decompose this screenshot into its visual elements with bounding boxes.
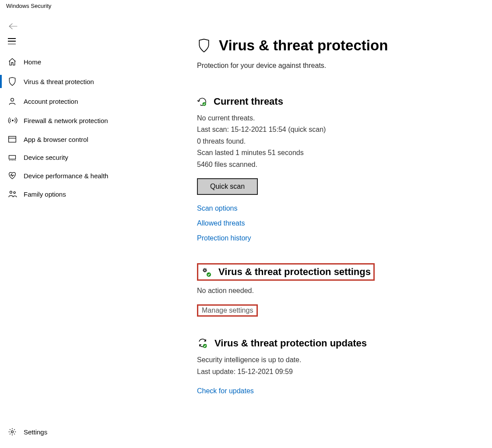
svg-point-10 (10, 191, 12, 193)
section-current-threats: Current threats No current threats. Last… (197, 96, 488, 242)
svg-point-11 (14, 192, 15, 194)
shield-icon (197, 38, 211, 53)
sidebar-item-label: Family options (24, 190, 66, 198)
home-icon (8, 57, 24, 66)
sidebar-item-label: Device security (24, 154, 68, 161)
sidebar: Home Virus & threat protection Account p… (0, 11, 184, 448)
files-scanned-text: 5460 files scanned. (197, 159, 488, 170)
history-check-icon (197, 96, 207, 107)
hamburger-icon (8, 38, 16, 44)
svg-rect-4 (9, 155, 16, 159)
highlight-settings-header: Virus & threat protection settings (197, 263, 375, 281)
window-title: Windows Security (0, 0, 492, 11)
threats-found-text: 0 threats found. (197, 136, 488, 147)
sidebar-item-account[interactable]: Account protection (0, 92, 184, 111)
highlight-manage-settings: Manage settings (197, 304, 258, 317)
svg-point-1 (12, 120, 14, 121)
scan-options-link[interactable]: Scan options (197, 205, 238, 212)
manage-settings-link[interactable]: Manage settings (202, 307, 253, 314)
section-protection-settings: Virus & threat protection settings No ac… (197, 263, 488, 317)
sidebar-item-family[interactable]: Family options (0, 185, 184, 203)
sidebar-item-label: Account protection (24, 98, 78, 105)
sidebar-item-device-performance[interactable]: Device performance & health (0, 166, 184, 185)
sidebar-item-label: Virus & threat protection (24, 78, 94, 85)
section-protection-updates: Virus & threat protection updates Securi… (197, 338, 488, 395)
person-icon (8, 97, 24, 106)
menu-button[interactable] (0, 35, 184, 52)
refresh-check-icon (197, 338, 208, 349)
sidebar-item-settings[interactable]: Settings (0, 422, 184, 441)
page-subtitle: Protection for your device against threa… (197, 62, 488, 70)
last-scan-text: Last scan: 15-12-2021 15:54 (quick scan) (197, 124, 488, 135)
svg-point-14 (204, 269, 206, 271)
radio-icon (8, 116, 24, 125)
gear-icon (8, 427, 24, 436)
sidebar-item-app-browser[interactable]: App & browser control (0, 130, 184, 148)
section-title: Virus & threat protection updates (214, 338, 367, 349)
svg-point-0 (11, 98, 14, 101)
page-title: Virus & threat protection (219, 37, 388, 54)
allowed-threats-link[interactable]: Allowed threats (197, 219, 245, 227)
sidebar-item-device-security[interactable]: Device security (0, 148, 184, 166)
shield-icon (8, 77, 24, 86)
check-updates-link[interactable]: Check for updates (197, 387, 254, 395)
settings-status: No action needed. (197, 285, 488, 296)
sidebar-item-virus-threat[interactable]: Virus & threat protection (0, 71, 184, 92)
people-icon (8, 190, 24, 198)
sidebar-item-label: Home (24, 58, 41, 66)
section-title: Virus & threat protection settings (218, 266, 371, 278)
quick-scan-button[interactable]: Quick scan (197, 178, 258, 195)
protection-history-link[interactable]: Protection history (197, 234, 251, 242)
sidebar-item-firewall[interactable]: Firewall & network protection (0, 111, 184, 130)
svg-point-12 (11, 431, 14, 433)
sidebar-item-label: Device performance & health (24, 172, 108, 180)
last-update-text: Last update: 15-12-2021 09:59 (197, 366, 488, 377)
heart-icon (8, 172, 24, 180)
settings-check-icon (201, 266, 212, 278)
threats-status: No current threats. (197, 113, 488, 124)
sidebar-item-home[interactable]: Home (0, 52, 184, 71)
sidebar-item-label: App & browser control (24, 136, 88, 143)
section-title: Current threats (214, 96, 283, 107)
window-icon (8, 135, 24, 143)
sidebar-item-label: Firewall & network protection (24, 117, 108, 124)
sidebar-item-label: Settings (24, 428, 47, 436)
scan-duration-text: Scan lasted 1 minutes 51 seconds (197, 147, 488, 159)
updates-status: Security intelligence is up to date. (197, 354, 488, 366)
back-button[interactable] (0, 20, 184, 35)
arrow-left-icon (9, 23, 18, 29)
svg-rect-2 (9, 136, 16, 142)
main-content: Virus & threat protection Protection for… (184, 11, 492, 448)
chip-icon (8, 154, 24, 161)
